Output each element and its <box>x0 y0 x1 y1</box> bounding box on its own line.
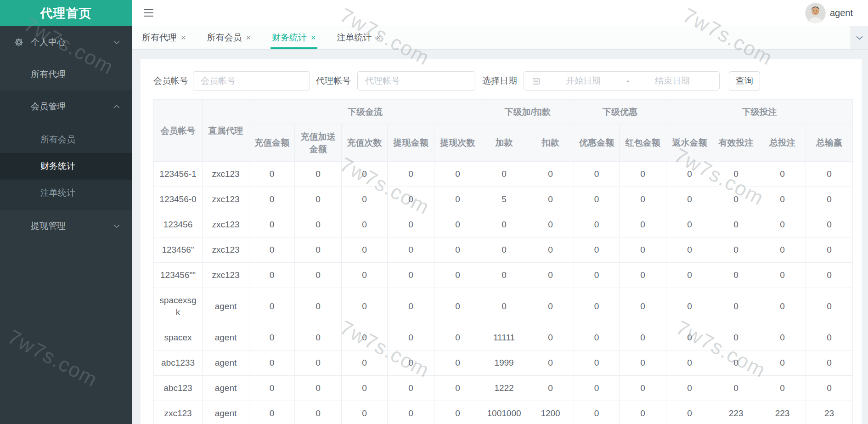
cell-value: 0 <box>666 212 713 237</box>
stats-table-wrapper: 会员帐号 直属代理 下级金流 下级加/扣款 下级优惠 下级投注 充值金额 充值加… <box>141 90 862 424</box>
cell-value: 0 <box>434 351 481 376</box>
tab-list-dropdown-button[interactable] <box>851 26 868 49</box>
cell-value: 0 <box>295 351 342 376</box>
cell-value: 0 <box>574 351 620 376</box>
cell-value: 0 <box>434 212 481 237</box>
cell-member-account: 123456"" <box>154 263 203 288</box>
start-date-input[interactable] <box>542 76 625 86</box>
cell-value: 0 <box>434 376 481 401</box>
cell-value: 0 <box>806 263 853 288</box>
cell-value: 0 <box>620 325 666 351</box>
cell-value: 0 <box>759 162 806 187</box>
user-menu[interactable]: agent <box>805 3 853 23</box>
cell-value: 0 <box>249 325 295 351</box>
cell-value: 0 <box>295 237 342 263</box>
cell-value: 0 <box>388 162 434 187</box>
cell-value: 0 <box>342 187 388 212</box>
col-header-member-account: 会员帐号 <box>154 100 203 162</box>
cell-value: 0 <box>249 212 295 237</box>
cell-value: 0 <box>620 351 666 376</box>
col-header-direct-agent: 直属代理 <box>203 100 249 162</box>
cell-value: 0 <box>574 162 620 187</box>
cell-value: 0 <box>249 237 295 263</box>
table-row: 123456"zxc1230000000000000 <box>154 237 853 263</box>
cell-member-account: 123456" <box>154 237 203 263</box>
tab-finance-stats[interactable]: 财务统计 × <box>272 26 316 49</box>
col-header: 充值金额 <box>249 124 295 162</box>
sidebar-item-label: 财务统计 <box>0 160 75 172</box>
close-icon[interactable]: × <box>181 33 186 43</box>
cell-value: 0 <box>759 212 806 237</box>
tab-all-agents[interactable]: 所有代理 × <box>142 26 186 49</box>
table-row: 123456-0zxc1230000050000000 <box>154 187 853 212</box>
cell-value: 1200 <box>527 401 574 424</box>
avatar <box>805 3 826 23</box>
close-icon[interactable]: × <box>311 33 316 43</box>
cell-value: 0 <box>481 288 527 325</box>
cell-value: 0 <box>388 187 434 212</box>
cell-value: 0 <box>574 237 620 263</box>
cell-value: 0 <box>620 288 666 325</box>
cell-value: 0 <box>527 325 574 351</box>
table-row: 123456zxc1230000000000000 <box>154 212 853 237</box>
sidebar-item-all-agents[interactable]: 所有代理 <box>0 58 132 90</box>
sidebar-item-personal-center[interactable]: 个人中心 <box>0 26 132 58</box>
cell-value: 0 <box>434 237 481 263</box>
cell-direct-agent: agent <box>203 351 249 376</box>
chevron-down-icon <box>113 40 120 45</box>
date-range-picker[interactable]: - <box>524 71 720 90</box>
agent-account-input[interactable] <box>357 71 475 90</box>
cell-value: 0 <box>249 162 295 187</box>
table-row: spacexagent00000111110000000 <box>154 325 853 351</box>
hamburger-menu-icon[interactable] <box>144 9 153 17</box>
cell-value: 0 <box>666 288 713 325</box>
sidebar-item-label: 提现管理 <box>0 220 66 232</box>
cell-value: 0 <box>527 237 574 263</box>
gear-icon <box>14 37 24 47</box>
cell-direct-agent: agent <box>203 401 249 424</box>
tab-label: 所有代理 <box>142 32 177 44</box>
filter-form: 会员帐号 代理帐号 选择日期 - 查询 <box>141 59 862 90</box>
cell-value: 0 <box>806 325 853 351</box>
sidebar-item-bet-stats[interactable]: 注单统计 <box>0 180 132 206</box>
search-button[interactable]: 查询 <box>729 71 760 90</box>
table-row: 123456-1zxc1230000000000000 <box>154 162 853 187</box>
cell-value: 0 <box>620 401 666 424</box>
cell-value: 0 <box>342 237 388 263</box>
agent-account-label: 代理帐号 <box>316 75 351 87</box>
tab-all-members[interactable]: 所有会员 × <box>207 26 251 49</box>
cell-value: 0 <box>666 376 713 401</box>
sidebar-item-member-management[interactable]: 会员管理 <box>0 90 132 123</box>
cell-value: 0 <box>527 162 574 187</box>
sidebar-item-label: 所有会员 <box>0 134 75 146</box>
col-header: 有效投注 <box>713 124 759 162</box>
table-row: abc123agent0000012220000000 <box>154 376 853 401</box>
col-header: 扣款 <box>527 124 574 162</box>
cell-value: 0 <box>527 351 574 376</box>
cell-value: 0 <box>574 325 620 351</box>
cell-value: 0 <box>806 187 853 212</box>
end-date-input[interactable] <box>631 76 714 86</box>
cell-value: 0 <box>527 288 574 325</box>
sidebar-item-withdraw-management[interactable]: 提现管理 <box>0 210 132 242</box>
cell-value: 0 <box>620 376 666 401</box>
cell-value: 0 <box>759 237 806 263</box>
close-icon[interactable]: × <box>376 33 381 43</box>
col-header: 加款 <box>481 124 527 162</box>
cell-value: 0 <box>388 351 434 376</box>
cell-value: 0 <box>620 162 666 187</box>
app-title: 代理首页 <box>0 0 132 26</box>
member-account-input[interactable] <box>193 71 310 90</box>
date-select-label: 选择日期 <box>482 75 517 87</box>
sidebar: 代理首页 个人中心 所有代理 会员管理 <box>0 0 132 424</box>
sidebar-item-all-members[interactable]: 所有会员 <box>0 126 132 153</box>
sidebar-item-finance-stats[interactable]: 财务统计 <box>0 153 132 180</box>
sidebar-item-label: 注单统计 <box>0 187 75 199</box>
close-icon[interactable]: × <box>246 33 251 43</box>
cell-value: 0 <box>434 401 481 424</box>
chevron-down-icon <box>113 224 120 228</box>
tab-bet-stats[interactable]: 注单统计 × <box>337 26 381 49</box>
cell-value: 0 <box>342 401 388 424</box>
cell-value: 0 <box>295 187 342 212</box>
cell-value: 0 <box>620 263 666 288</box>
